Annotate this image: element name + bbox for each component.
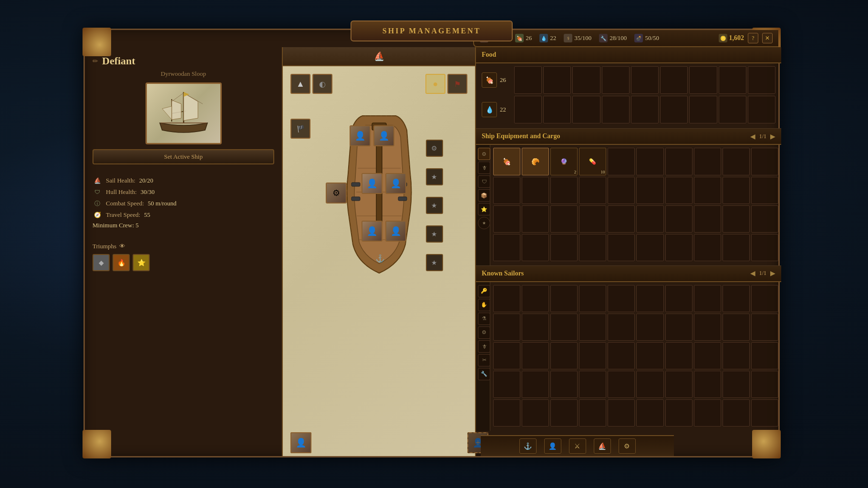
water-cell-5[interactable]: [631, 96, 659, 123]
cargo-section-header: Ship Equipment and Cargo ◀ 1/1 ▶: [476, 129, 781, 145]
sailors-content-wrapper: 🔑 ✋ ⚗ ⚙ 🗡 ✂ 🔧: [476, 282, 781, 431]
food-cell-1[interactable]: [514, 66, 542, 94]
water-cell-8[interactable]: [719, 96, 746, 123]
crew-slot-lower-left[interactable]: 👤: [362, 221, 382, 242]
figurehead-slot[interactable]: ◐: [312, 74, 332, 94]
cargo-cell-10[interactable]: [751, 148, 778, 175]
left-panel: ✏ Defiant Dyrwoodan Sloop: [85, 47, 283, 456]
water-item-icon: 💧: [482, 102, 497, 117]
ship-diagram-header: ⛵: [283, 47, 475, 66]
banner-slot[interactable]: ●: [425, 74, 445, 94]
sail-health-icon: ⛵: [93, 176, 102, 185]
category-btn-6[interactable]: ★: [478, 217, 490, 229]
water-amount: 22: [500, 106, 511, 113]
crew-slot-lower-right[interactable]: 👤: [385, 221, 406, 242]
food-value: 26: [526, 34, 532, 42]
gold-value: 1,602: [729, 34, 744, 42]
sailor-cat-5[interactable]: 🗡: [478, 340, 490, 353]
sailor-cat-4[interactable]: ⚙: [478, 326, 490, 339]
food-resource: 🍖 26: [515, 34, 532, 42]
food-cell-3[interactable]: [572, 66, 600, 94]
category-btn-2[interactable]: 🗡: [478, 162, 490, 174]
food-cell-7[interactable]: [689, 66, 717, 94]
water-cell-6[interactable]: [660, 96, 688, 123]
sail-slot[interactable]: ▲: [290, 74, 310, 94]
sailor-cat-3[interactable]: ⚗: [478, 313, 490, 325]
cargo-section: Ship Equipment and Cargo ◀ 1/1 ▶ ⚙ 🗡 🛡 📦…: [476, 128, 781, 265]
travel-speed-icon: 🧭: [93, 210, 102, 220]
category-btn-1[interactable]: ⚙: [478, 148, 490, 160]
sailor-cell-1[interactable]: [493, 285, 520, 312]
ship-stats: ⛵ Sail Health: 20/20 🛡 Hull Health: 30/3…: [93, 172, 274, 235]
sailor-cat-6[interactable]: ✂: [478, 354, 490, 366]
water-cell-9[interactable]: [748, 96, 775, 123]
water-cell-7[interactable]: [689, 96, 717, 123]
sailors-page: 1/1: [759, 270, 766, 277]
category-btn-4[interactable]: 📦: [478, 189, 490, 202]
food-cell-6[interactable]: [660, 66, 688, 94]
water-cell-1[interactable]: [514, 96, 542, 123]
svg-line-3: [172, 93, 184, 102]
cargo-cell-9[interactable]: [723, 148, 750, 175]
close-button[interactable]: ✕: [762, 33, 773, 43]
star-slot-2[interactable]: ★: [426, 168, 443, 185]
set-active-ship-button[interactable]: Set Active Ship: [93, 149, 274, 164]
edit-icon[interactable]: ✏: [93, 57, 98, 65]
cargo-nav: ◀ 1/1 ▶: [750, 132, 775, 141]
ammo-icon: 💣: [634, 34, 643, 42]
cargo-item-meat[interactable]: 🍖: [493, 148, 520, 175]
cargo-item-3[interactable]: 🔮 2: [550, 148, 578, 175]
category-btn-3[interactable]: 🛡: [478, 175, 490, 188]
sailors-section-title: Known Sailors: [482, 270, 524, 277]
sailor-cat-1[interactable]: 🔑: [478, 285, 490, 297]
cargo-item-4[interactable]: 💊 10: [579, 148, 606, 175]
page-title: SHIP MANAGEMENT: [382, 27, 481, 35]
crew-slot-top-right[interactable]: 👤: [373, 125, 394, 146]
cargo-cell-8[interactable]: [694, 148, 721, 175]
star-slot-5[interactable]: ★: [426, 254, 443, 271]
sailors-inventory-grid: [490, 282, 781, 431]
food-cell-4[interactable]: [602, 66, 630, 94]
category-btn-5[interactable]: ⭐: [478, 203, 490, 215]
water-cell-3[interactable]: [572, 96, 600, 123]
star-slot-4[interactable]: ★: [426, 225, 443, 243]
sailors-nav: ◀ 1/1 ▶: [750, 269, 775, 277]
ship-name-row: ✏ Defiant: [93, 55, 274, 67]
star-slot-3[interactable]: ★: [426, 197, 443, 214]
ship-portrait: [145, 82, 222, 144]
gold-icon: 🪙: [719, 34, 727, 42]
cargo-inventory-grid: 🍖 🥐 🔮 2 💊 10: [490, 145, 781, 265]
center-panel: ⛵ ▲ ◐ ● ⚑: [283, 47, 476, 456]
cargo-nav-right[interactable]: ▶: [770, 132, 775, 141]
cargo-cell-5[interactable]: [608, 148, 635, 175]
crew-slot-mid-right[interactable]: 👤: [385, 173, 406, 194]
help-button[interactable]: ?: [748, 33, 758, 43]
triumphs-section: Triumphs 👁 ◆ 🔥 ⭐: [93, 243, 274, 271]
flag-slot[interactable]: ⚑: [447, 74, 467, 94]
sailor-cat-2[interactable]: ✋: [478, 299, 490, 311]
water-cell-2[interactable]: [543, 96, 571, 123]
cargo-cell-6[interactable]: [636, 148, 663, 175]
food-cell-5[interactable]: [631, 66, 659, 94]
port-side-slot[interactable]: 🏴: [290, 119, 310, 139]
cargo-nav-left[interactable]: ◀: [750, 132, 755, 141]
triumph-badge-3: ⭐: [133, 254, 150, 271]
cargo-cell-7[interactable]: [665, 148, 692, 175]
ammo-value: 50/50: [645, 34, 659, 42]
water-cell-4[interactable]: [602, 96, 630, 123]
crew-slot-cannon-left[interactable]: ⚙: [326, 183, 347, 203]
food-cell-8[interactable]: [719, 66, 746, 94]
bottom-crew-3[interactable]: 👤: [290, 432, 311, 453]
food-cell-2[interactable]: [543, 66, 571, 94]
food-cell-9[interactable]: [748, 66, 775, 94]
food-section: Food 🍖 26: [476, 47, 781, 128]
cargo-cell-11[interactable]: [493, 177, 520, 204]
sailors-nav-left[interactable]: ◀: [750, 269, 755, 277]
sailor-cat-7[interactable]: 🔧: [478, 368, 490, 380]
cargo-item-bread[interactable]: 🥐: [522, 148, 549, 175]
triumph-badge-1: ◆: [93, 254, 110, 271]
crew-slot-top-left[interactable]: 👤: [350, 125, 371, 146]
crew-slot-captain[interactable]: 👤: [362, 173, 382, 194]
sailors-nav-right[interactable]: ▶: [770, 269, 775, 277]
star-slot-1[interactable]: ⚙: [426, 140, 443, 157]
